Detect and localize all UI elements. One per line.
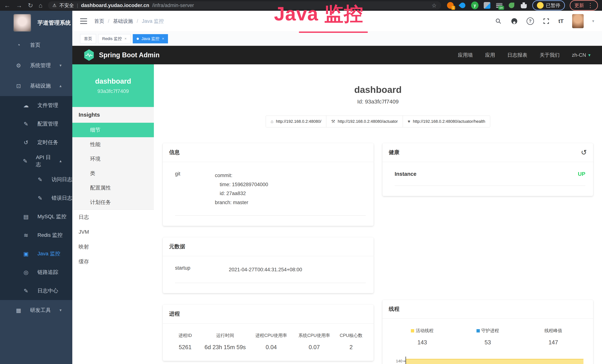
process-stats: 进程ID 5261 运行时间 6d 23h 15m 59s (170, 332, 366, 351)
user-avatar[interactable] (572, 14, 584, 28)
sidebar-item-label: Java 监控 (37, 250, 60, 257)
help-icon[interactable]: ? (527, 17, 534, 25)
kebab-menu-icon[interactable]: ⋮ (587, 2, 593, 9)
browser-home-icon[interactable]: ⌂ (39, 2, 43, 9)
sba-item-mappings[interactable]: 映射 (72, 239, 154, 254)
sba-item-details[interactable]: 细节 (72, 123, 154, 137)
sidebar-item-file-manage[interactable]: ☁ 文件管理 (0, 96, 72, 115)
browser-update-button[interactable]: 更新 ⋮ (570, 0, 598, 11)
sidebar-item-api-log[interactable]: ✎ API 日志 ▴ (0, 152, 72, 170)
sba-instance-header[interactable]: dashboard 93a3fc7f7409 (72, 64, 154, 107)
sba-nav-applications[interactable]: 应用 (485, 52, 495, 58)
sba-item-jvm[interactable]: JVM (72, 225, 154, 239)
sba-item-logs[interactable]: 日志 (72, 210, 154, 225)
breadcrumb-infra[interactable]: 基础设施 (113, 18, 133, 24)
tab-redis-monitor[interactable]: Redis 监控 × (98, 34, 130, 43)
url-host[interactable]: dashboard.yudao.iocoder.cn (81, 3, 149, 8)
sba-nav-wallboard[interactable]: 应用墙 (458, 52, 473, 58)
hamburger-icon[interactable] (80, 18, 87, 24)
sba-item-scheduled-tasks[interactable]: 计划任务 (72, 195, 154, 210)
tab-java-monitor[interactable]: Java 监控 × (133, 34, 168, 43)
breadcrumb-home[interactable]: 首页 (94, 18, 104, 24)
sba-brand[interactable]: Spring Boot Admin (99, 51, 160, 59)
actuator-url-button[interactable]: ⚒ http://192.168.0.2:48080/actuator (326, 116, 403, 127)
bookmark-star-icon[interactable]: ☆ (432, 2, 437, 9)
health-instance-row[interactable]: Instance UP (395, 171, 585, 186)
gear-icon: ⚙ (15, 62, 22, 69)
sidebar-item-config-manage[interactable]: ✎ 配置管理 (0, 115, 72, 133)
database-icon: ▤ (22, 214, 30, 220)
dashboard-icon: ◔ (15, 42, 22, 48)
sba-item-environment[interactable]: 环境 (72, 152, 154, 166)
sidebar-item-label: 配置管理 (37, 120, 58, 127)
sba-nav-journal[interactable]: 日志报表 (507, 52, 527, 58)
extension-puzzle-icon[interactable] (520, 2, 527, 9)
tab-label: 首页 (84, 36, 92, 42)
sidebar-item-home[interactable]: ◔ 首页 (0, 35, 72, 55)
extension-list-on-icon[interactable]: on (495, 2, 503, 9)
process-card-title: 进程 (163, 305, 374, 324)
sba-nav-about[interactable]: 关于我们 (539, 52, 559, 58)
legend-value: 143 (389, 339, 455, 346)
sidebar-item-label: 系统管理 (30, 62, 51, 69)
log-edit-icon: ✎ (36, 176, 44, 183)
sidebar-item-infra[interactable]: ⊡ 基础设施 ▴ (0, 76, 72, 96)
status-badge: UP (578, 171, 585, 177)
sba-language-select[interactable]: zh-CN ▾ (572, 52, 591, 58)
sidebar-item-tracing[interactable]: ◎ 链路追踪 (0, 263, 72, 281)
sba-item-metrics[interactable]: 性能 (72, 137, 154, 152)
sidebar-item-redis-monitor[interactable]: ≋ Redis 监控 (0, 226, 72, 244)
browser-back-icon[interactable]: ← (4, 2, 10, 9)
process-uptime: 运行时间 6d 23h 15m 59s (201, 332, 250, 351)
url-path[interactable]: /infra/admin-server (152, 3, 194, 8)
health-url-button[interactable]: ♥ http://192.168.0.2:48080/actuator/heal… (403, 116, 490, 127)
threads-card-title: 线程 (383, 300, 593, 319)
browser-forward-icon[interactable]: → (16, 2, 22, 9)
stat-label: CPU核心数 (336, 332, 366, 338)
sba-item-caches[interactable]: 缓存 (72, 254, 154, 269)
legend-value: 147 (521, 339, 586, 346)
fullscreen-icon[interactable] (542, 17, 550, 25)
sidebar-item-log-center[interactable]: ✎ 日志中心 (0, 281, 72, 300)
annotation-text: Java 监控 (274, 1, 363, 27)
chevron-up-icon: ▴ (60, 84, 62, 88)
log-edit-icon: ✎ (22, 158, 28, 164)
extension-grid-icon[interactable] (483, 2, 491, 9)
page-title: dashboard (163, 84, 593, 95)
extension-pin-icon[interactable] (459, 2, 466, 9)
sidebar-item-access-log[interactable]: ✎ 访问日志 (0, 170, 72, 189)
close-icon[interactable]: × (124, 37, 127, 41)
font-size-icon[interactable]: tT (559, 18, 564, 24)
address-bar[interactable]: ⚠ 不安全 | dashboard.yudao.iocoder.cn /infr… (48, 1, 441, 10)
github-icon[interactable] (511, 17, 518, 25)
extension-green-y-icon[interactable]: y (471, 2, 479, 9)
sidebar-item-dev-tools[interactable]: ▦ 研发工具 ▾ (0, 300, 72, 321)
search-icon[interactable] (495, 17, 502, 25)
tab-home[interactable]: 首页 (80, 34, 96, 43)
sidebar-item-java-monitor[interactable]: ▣ Java 监控 (0, 244, 72, 263)
avatar-caret-icon[interactable]: ▾ (592, 19, 594, 23)
sba-section-insights: Insights (72, 107, 154, 123)
service-url: http://192.168.0.2:48080/ (276, 119, 321, 124)
monitor-chart-icon: ⊡ (15, 83, 22, 89)
profile-paused-chip[interactable]: 已暂停 (532, 0, 565, 11)
sba-item-config-props[interactable]: 配置属性 (72, 181, 154, 195)
sidebar-item-label: 首页 (30, 42, 40, 49)
actuator-url: http://192.168.0.2:48080/actuator (338, 119, 398, 124)
security-label[interactable]: 不安全 (60, 2, 74, 9)
sidebar-item-scheduled-jobs[interactable]: ↺ 定时任务 (0, 133, 72, 152)
threads-card: 线程 活动线程 143 守护进程 (383, 300, 593, 364)
extension-orange-icon[interactable]: 1 (447, 2, 454, 9)
sidebar-item-mysql-monitor[interactable]: ▤ MySQL 监控 (0, 207, 72, 226)
extension-leaf-icon[interactable] (508, 2, 515, 9)
live-threads-area-series (406, 359, 584, 364)
sba-item-classes[interactable]: 类 (72, 166, 154, 181)
sidebar-item-system[interactable]: ⚙ 系统管理 ▾ (0, 55, 72, 76)
history-icon[interactable]: ↺ (581, 149, 587, 156)
close-icon[interactable]: × (162, 37, 164, 41)
stat-value: 2 (336, 344, 366, 351)
browser-reload-icon[interactable]: ↻ (28, 2, 33, 9)
sidebar-item-error-log[interactable]: ✎ 错误日志 (0, 189, 72, 207)
service-url-button[interactable]: ⌂ http://192.168.0.2:48080/ (266, 116, 326, 127)
sba-logo-icon[interactable] (84, 49, 94, 61)
